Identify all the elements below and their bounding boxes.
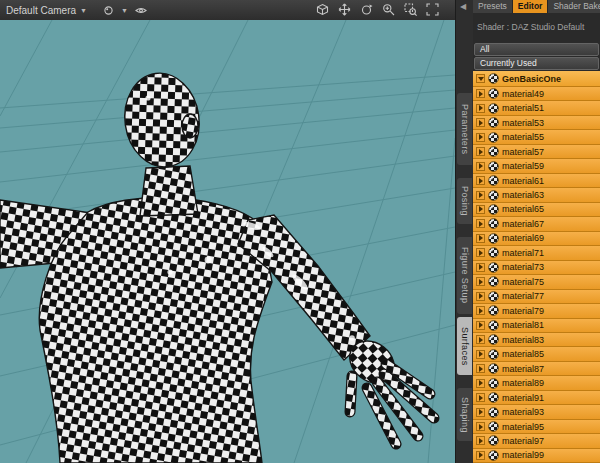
expander-closed-icon[interactable] [476, 234, 485, 243]
expander-closed-icon[interactable] [476, 451, 485, 460]
checker-ball-icon [488, 204, 499, 215]
checker-ball-icon [488, 349, 499, 360]
expander-closed-icon[interactable] [476, 118, 485, 127]
side-tab-posing[interactable]: Posing [457, 178, 472, 224]
checker-ball-icon [488, 392, 499, 403]
expander-closed-icon[interactable] [476, 205, 485, 214]
material-label: material55 [502, 132, 544, 142]
material-row[interactable]: material59 [473, 159, 600, 173]
eye-icon[interactable] [135, 5, 147, 16]
material-label: material85 [502, 349, 544, 359]
expander-closed-icon[interactable] [476, 104, 485, 113]
expander-closed-icon[interactable] [476, 162, 485, 171]
expander-closed-icon[interactable] [476, 350, 485, 359]
material-row[interactable]: material65 [473, 203, 600, 217]
material-label: material95 [502, 422, 544, 432]
expander-closed-icon[interactable] [476, 219, 485, 228]
expander-closed-icon[interactable] [476, 248, 485, 257]
material-row[interactable]: material69 [473, 232, 600, 246]
material-row[interactable]: material79 [473, 304, 600, 318]
checker-ball-icon [488, 305, 499, 316]
tab-presets[interactable]: Presets [473, 0, 513, 13]
camera-selector[interactable]: Default Camera ▼ [0, 0, 93, 20]
side-tab-surfaces[interactable]: Surfaces [457, 317, 472, 375]
material-row[interactable]: material49 [473, 87, 600, 101]
checker-ball-icon [488, 233, 499, 244]
surfaces-panel: Presets Editor Shader Bake Shader : DAZ … [473, 0, 600, 463]
shader-label: Shader : DAZ Studio Default [473, 13, 600, 41]
material-row[interactable]: material51 [473, 101, 600, 115]
material-row[interactable]: material89 [473, 376, 600, 390]
material-row[interactable]: material95 [473, 420, 600, 434]
expander-closed-icon[interactable] [476, 306, 485, 315]
camera-selector-label: Default Camera [6, 5, 76, 16]
viewport-canvas[interactable] [0, 20, 455, 463]
checker-ball-icon [488, 378, 499, 389]
side-tab-parameters[interactable]: Parameters [457, 93, 472, 165]
surface-group-row[interactable]: GenBasicOne [473, 71, 600, 87]
material-row[interactable]: material83 [473, 333, 600, 347]
filter-currently-used-button[interactable]: Currently Used [474, 57, 599, 70]
material-row[interactable]: material61 [473, 174, 600, 188]
material-label: material73 [502, 262, 544, 272]
chevron-down-icon[interactable]: ▼ [121, 7, 128, 14]
collapse-panel-icon[interactable]: ◀ [460, 3, 466, 11]
expander-closed-icon[interactable] [476, 408, 485, 417]
material-row[interactable]: material57 [473, 145, 600, 159]
material-label: material75 [502, 277, 544, 287]
tab-shader-bake[interactable]: Shader Bake [548, 0, 600, 13]
material-row[interactable]: material91 [473, 391, 600, 405]
material-row[interactable]: material67 [473, 217, 600, 231]
expander-closed-icon[interactable] [476, 89, 485, 98]
cube-icon[interactable] [316, 3, 329, 16]
expander-closed-icon[interactable] [476, 335, 485, 344]
expander-closed-icon[interactable] [476, 147, 485, 156]
expander-closed-icon[interactable] [476, 379, 485, 388]
expander-closed-icon[interactable] [476, 422, 485, 431]
expander-closed-icon[interactable] [476, 321, 485, 330]
expander-closed-icon[interactable] [476, 292, 485, 301]
pan-icon[interactable] [338, 3, 351, 16]
material-label: material83 [502, 335, 544, 345]
checker-ball-icon [488, 334, 499, 345]
checker-ball-icon [488, 132, 499, 143]
tab-editor[interactable]: Editor [513, 0, 549, 13]
checker-ball-icon [488, 161, 499, 172]
checker-ball-icon [488, 175, 499, 186]
material-row[interactable]: material93 [473, 405, 600, 419]
zoom-region-icon[interactable] [404, 3, 417, 16]
filter-all-button[interactable]: All [474, 43, 599, 56]
expander-closed-icon[interactable] [476, 393, 485, 402]
sphere-icon[interactable] [103, 5, 114, 16]
expander-closed-icon[interactable] [476, 263, 485, 272]
checker-ball-icon [488, 73, 499, 84]
material-row[interactable]: material77 [473, 290, 600, 304]
material-row[interactable]: material85 [473, 347, 600, 361]
expander-closed-icon[interactable] [476, 277, 485, 286]
checker-ball-icon [488, 407, 499, 418]
frame-icon[interactable] [426, 3, 439, 16]
side-tab-figure-setup[interactable]: Figure Setup [457, 237, 472, 314]
checker-ball-icon [488, 103, 499, 114]
expander-closed-icon[interactable] [476, 191, 485, 200]
material-row[interactable]: material97 [473, 434, 600, 448]
material-row[interactable]: material99 [473, 449, 600, 463]
material-label: material91 [502, 393, 544, 403]
orbit-icon[interactable] [360, 3, 373, 16]
material-row[interactable]: material55 [473, 130, 600, 144]
expander-closed-icon[interactable] [476, 436, 485, 445]
expander-closed-icon[interactable] [476, 133, 485, 142]
material-row[interactable]: material73 [473, 261, 600, 275]
material-row[interactable]: material53 [473, 116, 600, 130]
checker-ball-icon [488, 291, 499, 302]
expander-closed-icon[interactable] [476, 176, 485, 185]
expander-open-icon[interactable] [476, 74, 485, 83]
material-row[interactable]: material87 [473, 362, 600, 376]
side-tab-shaping[interactable]: Shaping [457, 388, 472, 441]
zoom-in-icon[interactable] [382, 3, 395, 16]
material-row[interactable]: material63 [473, 188, 600, 202]
material-row[interactable]: material81 [473, 319, 600, 333]
material-row[interactable]: material71 [473, 246, 600, 260]
expander-closed-icon[interactable] [476, 364, 485, 373]
material-row[interactable]: material75 [473, 275, 600, 289]
